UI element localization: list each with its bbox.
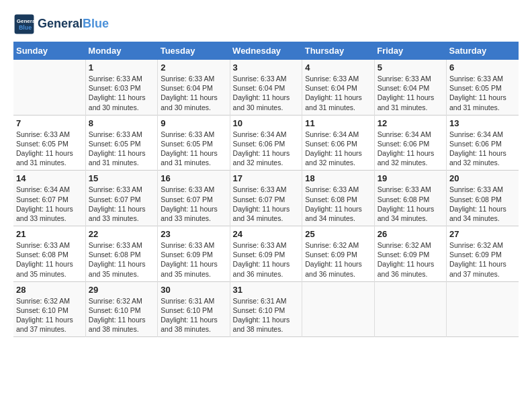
day-number: 20: [449, 173, 516, 183]
day-info: Sunrise: 6:31 AMSunset: 6:10 PMDaylight:…: [233, 296, 300, 334]
calendar-cell: 6Sunrise: 6:33 AMSunset: 6:05 PMDaylight…: [447, 60, 519, 115]
calendar-week-row: 21Sunrise: 6:33 AMSunset: 6:08 PMDayligh…: [13, 226, 519, 282]
day-number: 7: [16, 118, 83, 128]
calendar-cell: 2Sunrise: 6:33 AMSunset: 6:04 PMDaylight…: [158, 60, 230, 115]
day-number: 30: [161, 285, 226, 295]
calendar-cell: 20Sunrise: 6:33 AMSunset: 6:08 PMDayligh…: [447, 171, 519, 226]
logo: General Blue GeneralBlue: [13, 13, 109, 35]
day-info: Sunrise: 6:32 AMSunset: 6:09 PMDaylight:…: [449, 240, 516, 279]
day-number: 11: [305, 118, 371, 128]
calendar-cell: 1Sunrise: 6:33 AMSunset: 6:03 PMDaylight…: [85, 60, 157, 115]
day-info: Sunrise: 6:33 AMSunset: 6:07 PMDaylight:…: [161, 185, 226, 223]
day-info: Sunrise: 6:34 AMSunset: 6:06 PMDaylight:…: [378, 130, 443, 168]
day-info: Sunrise: 6:33 AMSunset: 6:03 PMDaylight:…: [89, 74, 154, 112]
day-number: 6: [449, 62, 516, 73]
day-number: 29: [89, 285, 154, 295]
calendar-week-row: 1Sunrise: 6:33 AMSunset: 6:03 PMDaylight…: [13, 60, 519, 115]
weekday-header-monday: Monday: [85, 42, 157, 60]
calendar-cell: 28Sunrise: 6:32 AMSunset: 6:10 PMDayligh…: [13, 281, 85, 337]
calendar-cell: 30Sunrise: 6:31 AMSunset: 6:10 PMDayligh…: [158, 281, 230, 337]
day-info: Sunrise: 6:33 AMSunset: 6:07 PMDaylight:…: [233, 185, 300, 223]
day-number: 24: [233, 229, 300, 239]
calendar-cell: 24Sunrise: 6:33 AMSunset: 6:09 PMDayligh…: [230, 226, 302, 282]
calendar-cell: 19Sunrise: 6:33 AMSunset: 6:08 PMDayligh…: [374, 171, 446, 226]
calendar-cell: 10Sunrise: 6:34 AMSunset: 6:06 PMDayligh…: [230, 115, 302, 171]
svg-text:Blue: Blue: [19, 24, 32, 31]
day-info: Sunrise: 6:33 AMSunset: 6:04 PMDaylight:…: [161, 74, 226, 112]
day-info: Sunrise: 6:33 AMSunset: 6:08 PMDaylight:…: [305, 185, 371, 223]
day-number: 25: [305, 229, 371, 239]
day-number: 12: [378, 118, 443, 128]
day-info: Sunrise: 6:31 AMSunset: 6:10 PMDaylight:…: [161, 296, 226, 334]
calendar-cell: [13, 60, 85, 115]
day-info: Sunrise: 6:34 AMSunset: 6:06 PMDaylight:…: [449, 130, 516, 168]
calendar-cell: 18Sunrise: 6:33 AMSunset: 6:08 PMDayligh…: [302, 171, 374, 226]
day-info: Sunrise: 6:33 AMSunset: 6:08 PMDaylight:…: [449, 185, 516, 223]
day-number: 14: [16, 173, 83, 183]
day-number: 22: [89, 229, 154, 239]
calendar-cell: 4Sunrise: 6:33 AMSunset: 6:04 PMDaylight…: [302, 60, 374, 115]
day-info: Sunrise: 6:34 AMSunset: 6:06 PMDaylight:…: [233, 130, 300, 168]
day-number: 5: [378, 62, 443, 73]
calendar-cell: 26Sunrise: 6:32 AMSunset: 6:09 PMDayligh…: [374, 226, 446, 282]
day-number: 31: [233, 285, 300, 295]
weekday-header-sunday: Sunday: [13, 42, 85, 60]
day-info: Sunrise: 6:34 AMSunset: 6:06 PMDaylight:…: [305, 130, 371, 168]
calendar-header: SundayMondayTuesdayWednesdayThursdayFrid…: [13, 42, 519, 60]
weekday-header-friday: Friday: [374, 42, 446, 60]
calendar-cell: 13Sunrise: 6:34 AMSunset: 6:06 PMDayligh…: [447, 115, 519, 171]
day-number: 15: [89, 173, 154, 183]
weekday-header-saturday: Saturday: [447, 42, 519, 60]
weekday-header-row: SundayMondayTuesdayWednesdayThursdayFrid…: [13, 42, 519, 60]
day-info: Sunrise: 6:33 AMSunset: 6:08 PMDaylight:…: [89, 240, 154, 279]
calendar-cell: 5Sunrise: 6:33 AMSunset: 6:04 PMDaylight…: [374, 60, 446, 115]
calendar-cell: 31Sunrise: 6:31 AMSunset: 6:10 PMDayligh…: [230, 281, 302, 337]
calendar-body: 1Sunrise: 6:33 AMSunset: 6:03 PMDaylight…: [13, 60, 519, 337]
weekday-header-wednesday: Wednesday: [230, 42, 302, 60]
day-info: Sunrise: 6:34 AMSunset: 6:07 PMDaylight:…: [16, 185, 83, 223]
day-number: 19: [378, 173, 443, 183]
day-info: Sunrise: 6:33 AMSunset: 6:05 PMDaylight:…: [161, 130, 226, 168]
calendar-week-row: 14Sunrise: 6:34 AMSunset: 6:07 PMDayligh…: [13, 171, 519, 226]
day-info: Sunrise: 6:33 AMSunset: 6:05 PMDaylight:…: [89, 130, 154, 168]
svg-text:General: General: [17, 18, 35, 24]
day-number: 27: [449, 229, 516, 239]
logo-text: GeneralBlue: [38, 17, 109, 31]
day-info: Sunrise: 6:33 AMSunset: 6:05 PMDaylight:…: [16, 130, 83, 168]
calendar-cell: 17Sunrise: 6:33 AMSunset: 6:07 PMDayligh…: [230, 171, 302, 226]
day-info: Sunrise: 6:32 AMSunset: 6:09 PMDaylight:…: [378, 240, 443, 279]
calendar-cell: 8Sunrise: 6:33 AMSunset: 6:05 PMDaylight…: [85, 115, 157, 171]
day-info: Sunrise: 6:33 AMSunset: 6:08 PMDaylight:…: [16, 240, 83, 279]
day-number: 17: [233, 173, 300, 183]
day-info: Sunrise: 6:33 AMSunset: 6:04 PMDaylight:…: [233, 74, 300, 112]
day-number: 28: [16, 285, 83, 295]
weekday-header-thursday: Thursday: [302, 42, 374, 60]
calendar-cell: 23Sunrise: 6:33 AMSunset: 6:09 PMDayligh…: [158, 226, 230, 282]
day-info: Sunrise: 6:33 AMSunset: 6:04 PMDaylight:…: [305, 74, 371, 112]
calendar-cell: 9Sunrise: 6:33 AMSunset: 6:05 PMDaylight…: [158, 115, 230, 171]
day-number: 21: [16, 229, 83, 239]
calendar-cell: 29Sunrise: 6:32 AMSunset: 6:10 PMDayligh…: [85, 281, 157, 337]
day-info: Sunrise: 6:32 AMSunset: 6:09 PMDaylight:…: [305, 240, 371, 279]
day-info: Sunrise: 6:32 AMSunset: 6:10 PMDaylight:…: [16, 296, 83, 334]
calendar-cell: 11Sunrise: 6:34 AMSunset: 6:06 PMDayligh…: [302, 115, 374, 171]
day-number: 8: [89, 118, 154, 128]
day-number: 18: [305, 173, 371, 183]
calendar-cell: [374, 281, 446, 337]
calendar-cell: 15Sunrise: 6:33 AMSunset: 6:07 PMDayligh…: [85, 171, 157, 226]
weekday-header-tuesday: Tuesday: [158, 42, 230, 60]
day-number: 16: [161, 173, 226, 183]
calendar-cell: 12Sunrise: 6:34 AMSunset: 6:06 PMDayligh…: [374, 115, 446, 171]
day-number: 4: [305, 62, 371, 73]
calendar-week-row: 28Sunrise: 6:32 AMSunset: 6:10 PMDayligh…: [13, 281, 519, 337]
day-info: Sunrise: 6:32 AMSunset: 6:10 PMDaylight:…: [89, 296, 154, 334]
calendar-cell: 7Sunrise: 6:33 AMSunset: 6:05 PMDaylight…: [13, 115, 85, 171]
day-number: 10: [233, 118, 300, 128]
page-header: General Blue GeneralBlue: [13, 13, 519, 35]
day-number: 23: [161, 229, 226, 239]
calendar-cell: 27Sunrise: 6:32 AMSunset: 6:09 PMDayligh…: [447, 226, 519, 282]
day-number: 13: [449, 118, 516, 128]
day-info: Sunrise: 6:33 AMSunset: 6:07 PMDaylight:…: [89, 185, 154, 223]
calendar-cell: 3Sunrise: 6:33 AMSunset: 6:04 PMDaylight…: [230, 60, 302, 115]
day-info: Sunrise: 6:33 AMSunset: 6:09 PMDaylight:…: [233, 240, 300, 279]
